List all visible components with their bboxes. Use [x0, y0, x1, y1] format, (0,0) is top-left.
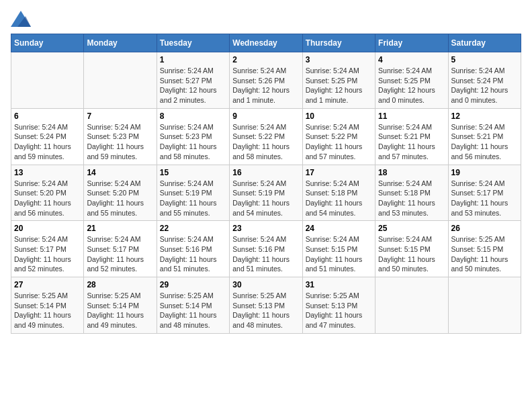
- calendar-cell: 7Sunrise: 5:24 AM Sunset: 5:23 PM Daylig…: [84, 108, 157, 165]
- day-number: 3: [306, 55, 372, 64]
- day-detail: Sunrise: 5:24 AM Sunset: 5:19 PM Dayligh…: [232, 179, 299, 218]
- calendar-cell: 30Sunrise: 5:25 AM Sunset: 5:13 PM Dayli…: [230, 277, 302, 334]
- calendar-body: 1Sunrise: 5:24 AM Sunset: 5:27 PM Daylig…: [11, 52, 521, 334]
- day-number: 31: [306, 280, 372, 289]
- calendar-cell: 3Sunrise: 5:24 AM Sunset: 5:25 PM Daylig…: [302, 52, 375, 109]
- day-number: 5: [451, 55, 518, 64]
- day-number: 10: [306, 111, 372, 121]
- day-number: 17: [306, 168, 372, 177]
- weekday-tuesday: Tuesday: [157, 34, 229, 52]
- day-detail: Sunrise: 5:24 AM Sunset: 5:25 PM Dayligh…: [306, 66, 372, 105]
- day-detail: Sunrise: 5:24 AM Sunset: 5:23 PM Dayligh…: [160, 122, 226, 162]
- day-detail: Sunrise: 5:24 AM Sunset: 5:19 PM Dayligh…: [160, 179, 226, 218]
- day-detail: Sunrise: 5:25 AM Sunset: 5:14 PM Dayligh…: [87, 291, 153, 330]
- day-number: 22: [160, 224, 226, 233]
- day-number: 24: [306, 224, 372, 233]
- day-number: 27: [14, 280, 81, 289]
- calendar-cell: 18Sunrise: 5:24 AM Sunset: 5:18 PM Dayli…: [375, 165, 448, 221]
- day-detail: Sunrise: 5:24 AM Sunset: 5:21 PM Dayligh…: [378, 122, 445, 162]
- weekday-thursday: Thursday: [302, 34, 375, 52]
- day-detail: Sunrise: 5:24 AM Sunset: 5:18 PM Dayligh…: [306, 179, 372, 218]
- day-number: 11: [378, 111, 445, 121]
- calendar-cell: 8Sunrise: 5:24 AM Sunset: 5:23 PM Daylig…: [157, 108, 229, 165]
- week-row-4: 20Sunrise: 5:24 AM Sunset: 5:17 PM Dayli…: [11, 221, 521, 277]
- day-detail: Sunrise: 5:24 AM Sunset: 5:20 PM Dayligh…: [14, 179, 81, 218]
- day-detail: Sunrise: 5:25 AM Sunset: 5:13 PM Dayligh…: [306, 291, 372, 330]
- day-detail: Sunrise: 5:25 AM Sunset: 5:14 PM Dayligh…: [14, 291, 81, 330]
- calendar-cell: 20Sunrise: 5:24 AM Sunset: 5:17 PM Dayli…: [11, 221, 84, 277]
- day-number: 21: [87, 224, 153, 233]
- calendar-cell: 2Sunrise: 5:24 AM Sunset: 5:26 PM Daylig…: [230, 52, 302, 109]
- day-number: 18: [378, 168, 445, 177]
- calendar-cell: 12Sunrise: 5:24 AM Sunset: 5:21 PM Dayli…: [448, 108, 521, 165]
- logo: [11, 11, 34, 27]
- day-detail: Sunrise: 5:24 AM Sunset: 5:22 PM Dayligh…: [306, 122, 372, 162]
- calendar-cell: 24Sunrise: 5:24 AM Sunset: 5:15 PM Dayli…: [302, 221, 375, 277]
- day-number: 23: [232, 224, 299, 233]
- day-detail: Sunrise: 5:24 AM Sunset: 5:21 PM Dayligh…: [451, 122, 518, 162]
- calendar-cell: 29Sunrise: 5:25 AM Sunset: 5:14 PM Dayli…: [157, 277, 229, 334]
- weekday-header-row: SundayMondayTuesdayWednesdayThursdayFrid…: [11, 34, 521, 52]
- calendar-cell: 19Sunrise: 5:24 AM Sunset: 5:17 PM Dayli…: [448, 165, 521, 221]
- day-detail: Sunrise: 5:24 AM Sunset: 5:24 PM Dayligh…: [14, 122, 81, 162]
- calendar-cell: 23Sunrise: 5:24 AM Sunset: 5:16 PM Dayli…: [230, 221, 302, 277]
- logo-icon: [11, 11, 31, 27]
- calendar-cell: 9Sunrise: 5:24 AM Sunset: 5:22 PM Daylig…: [230, 108, 302, 165]
- day-detail: Sunrise: 5:24 AM Sunset: 5:16 PM Dayligh…: [232, 234, 299, 274]
- header: [11, 11, 521, 27]
- day-number: 19: [451, 168, 518, 177]
- day-number: 16: [232, 168, 299, 177]
- calendar-cell: 16Sunrise: 5:24 AM Sunset: 5:19 PM Dayli…: [230, 165, 302, 221]
- weekday-saturday: Saturday: [448, 34, 521, 52]
- calendar-cell: 22Sunrise: 5:24 AM Sunset: 5:16 PM Dayli…: [157, 221, 229, 277]
- weekday-wednesday: Wednesday: [230, 34, 302, 52]
- calendar-cell: [448, 277, 521, 334]
- day-number: 7: [87, 111, 153, 121]
- day-detail: Sunrise: 5:24 AM Sunset: 5:18 PM Dayligh…: [378, 179, 445, 218]
- day-number: 4: [378, 55, 445, 64]
- calendar-cell: 4Sunrise: 5:24 AM Sunset: 5:25 PM Daylig…: [375, 52, 448, 109]
- calendar-cell: 15Sunrise: 5:24 AM Sunset: 5:19 PM Dayli…: [157, 165, 229, 221]
- day-number: 6: [14, 111, 81, 121]
- calendar-cell: 26Sunrise: 5:25 AM Sunset: 5:15 PM Dayli…: [448, 221, 521, 277]
- day-number: 13: [14, 168, 81, 177]
- calendar-cell: 11Sunrise: 5:24 AM Sunset: 5:21 PM Dayli…: [375, 108, 448, 165]
- week-row-2: 6Sunrise: 5:24 AM Sunset: 5:24 PM Daylig…: [11, 108, 521, 165]
- calendar-table: SundayMondayTuesdayWednesdayThursdayFrid…: [11, 34, 521, 334]
- day-number: 9: [232, 111, 299, 121]
- calendar-cell: 31Sunrise: 5:25 AM Sunset: 5:13 PM Dayli…: [302, 277, 375, 334]
- day-number: 25: [378, 224, 445, 233]
- day-detail: Sunrise: 5:24 AM Sunset: 5:15 PM Dayligh…: [378, 234, 445, 274]
- calendar-cell: 17Sunrise: 5:24 AM Sunset: 5:18 PM Dayli…: [302, 165, 375, 221]
- weekday-friday: Friday: [375, 34, 448, 52]
- day-number: 20: [14, 224, 81, 233]
- calendar-cell: 1Sunrise: 5:24 AM Sunset: 5:27 PM Daylig…: [157, 52, 229, 109]
- day-detail: Sunrise: 5:24 AM Sunset: 5:17 PM Dayligh…: [87, 234, 153, 274]
- day-number: 8: [160, 111, 226, 121]
- day-detail: Sunrise: 5:24 AM Sunset: 5:26 PM Dayligh…: [232, 66, 299, 105]
- calendar-cell: 5Sunrise: 5:24 AM Sunset: 5:24 PM Daylig…: [448, 52, 521, 109]
- week-row-5: 27Sunrise: 5:25 AM Sunset: 5:14 PM Dayli…: [11, 277, 521, 334]
- calendar-cell: [11, 52, 84, 109]
- weekday-monday: Monday: [84, 34, 157, 52]
- day-number: 15: [160, 168, 226, 177]
- day-detail: Sunrise: 5:24 AM Sunset: 5:22 PM Dayligh…: [232, 122, 299, 162]
- day-number: 12: [451, 111, 518, 121]
- day-detail: Sunrise: 5:25 AM Sunset: 5:14 PM Dayligh…: [160, 291, 226, 330]
- weekday-sunday: Sunday: [11, 34, 84, 52]
- day-detail: Sunrise: 5:24 AM Sunset: 5:23 PM Dayligh…: [87, 122, 153, 162]
- calendar-cell: 21Sunrise: 5:24 AM Sunset: 5:17 PM Dayli…: [84, 221, 157, 277]
- calendar-cell: 6Sunrise: 5:24 AM Sunset: 5:24 PM Daylig…: [11, 108, 84, 165]
- calendar-cell: 28Sunrise: 5:25 AM Sunset: 5:14 PM Dayli…: [84, 277, 157, 334]
- calendar-cell: 10Sunrise: 5:24 AM Sunset: 5:22 PM Dayli…: [302, 108, 375, 165]
- calendar-cell: 14Sunrise: 5:24 AM Sunset: 5:20 PM Dayli…: [84, 165, 157, 221]
- day-detail: Sunrise: 5:24 AM Sunset: 5:17 PM Dayligh…: [451, 179, 518, 218]
- day-detail: Sunrise: 5:24 AM Sunset: 5:17 PM Dayligh…: [14, 234, 81, 274]
- calendar-cell: 27Sunrise: 5:25 AM Sunset: 5:14 PM Dayli…: [11, 277, 84, 334]
- day-number: 30: [232, 280, 299, 289]
- day-number: 26: [451, 224, 518, 233]
- day-number: 29: [160, 280, 226, 289]
- week-row-3: 13Sunrise: 5:24 AM Sunset: 5:20 PM Dayli…: [11, 165, 521, 221]
- calendar-cell: 25Sunrise: 5:24 AM Sunset: 5:15 PM Dayli…: [375, 221, 448, 277]
- day-number: 1: [160, 55, 226, 64]
